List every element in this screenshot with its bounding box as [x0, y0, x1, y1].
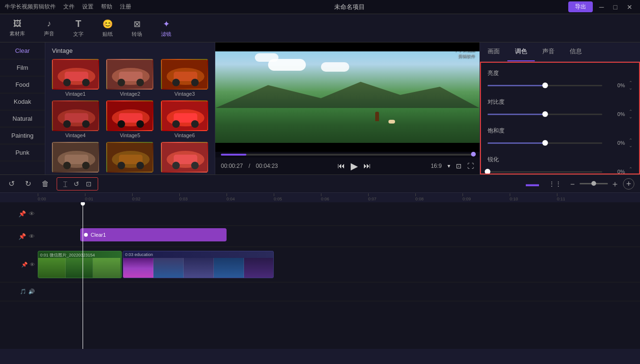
clip1-thumbs: [38, 258, 121, 278]
sharpen-slider[interactable]: [488, 171, 602, 173]
filter-track-eye[interactable]: 👁: [29, 233, 35, 240]
menu-settings[interactable]: 设置: [82, 3, 93, 11]
split-tool-button[interactable]: ⌶: [61, 179, 69, 189]
track-type-button[interactable]: ▬▬: [523, 179, 542, 189]
timeline-area: ↺ ↻ 🗑 ⌶ ↺ ⊡ ▬▬ ⋮⋮ － ＋ + 0:00 0: [0, 174, 640, 349]
contrast-thumb[interactable]: [542, 111, 548, 117]
filter-vintage8[interactable]: Vintage8: [105, 142, 156, 174]
video-clip-1[interactable]: 0:01 微信图片_20220323154: [38, 251, 122, 278]
tab-info[interactable]: 信息: [562, 42, 589, 61]
filter-vintage1[interactable]: Vintage1: [50, 59, 101, 97]
filter-vintage4-thumb: [52, 100, 99, 131]
sharpen-thumb[interactable]: [485, 169, 490, 174]
aspect-ratio-dropdown[interactable]: ▾: [447, 163, 450, 169]
export-button[interactable]: 导出: [568, 1, 593, 12]
brightness-slider[interactable]: [488, 85, 602, 86]
saturation-slider[interactable]: [488, 142, 602, 144]
sidebar-item-food[interactable]: Food: [0, 76, 45, 93]
track-pin-1[interactable]: 📌: [18, 210, 26, 217]
cloud3: [321, 62, 349, 72]
contrast-slider[interactable]: [488, 114, 602, 115]
redo-button[interactable]: ↻: [22, 178, 34, 190]
progress-dot: [471, 152, 476, 157]
toolbar-sticker-label: 贴纸: [102, 31, 113, 38]
toolbar-filter[interactable]: ✦ 滤镜: [156, 17, 176, 40]
menu-file[interactable]: 文件: [63, 3, 75, 11]
svg-point-19: [82, 120, 90, 128]
maximize-button[interactable]: □: [611, 2, 620, 12]
contrast-stepper[interactable]: ⌃⌄: [629, 109, 632, 119]
toolbar-transition[interactable]: ⊠ 转场: [127, 17, 147, 40]
clip1-label: 0:01 微信图片_20220323154: [40, 252, 95, 258]
timeline-ruler: 0:00 0:01 0:02 0:03 0:04 0:05 0:06 0:07 …: [0, 193, 640, 202]
filter-vintage7[interactable]: Vintage7: [50, 142, 101, 174]
sidebar-item-natural[interactable]: Natural: [0, 110, 45, 127]
zoom-out-button[interactable]: －: [568, 178, 577, 190]
clip2-thumb5: [244, 258, 274, 278]
sidebar-item-painting[interactable]: Painting: [0, 127, 45, 144]
contrast-label: 对比度: [488, 98, 632, 106]
toolbar-text-label: 文字: [73, 31, 84, 38]
toolbar-text[interactable]: T 文字: [68, 17, 88, 40]
crop-tool-button[interactable]: ⊡: [84, 179, 94, 189]
play-button[interactable]: ▶: [351, 160, 358, 172]
zoom-in-button[interactable]: ＋: [611, 178, 619, 190]
toolbar-sticker[interactable]: 😊 贴纸: [98, 17, 118, 40]
progress-bar[interactable]: [221, 154, 474, 156]
tab-color[interactable]: 调色: [507, 42, 535, 61]
filter-vintage4[interactable]: Vintage4: [50, 100, 101, 138]
filter-clip[interactable]: Clear1: [80, 228, 227, 241]
track-eye-1[interactable]: 👁: [29, 210, 35, 217]
audio-track-music[interactable]: 🎵: [20, 289, 26, 295]
next-frame-button[interactable]: ⏭: [363, 162, 371, 170]
tab-audio[interactable]: 声音: [535, 42, 562, 61]
brightness-stepper[interactable]: ⌃⌄: [629, 80, 632, 91]
filter-track: 📌 👁 Clear1: [0, 226, 640, 247]
prev-frame-button[interactable]: ⏮: [337, 162, 345, 170]
video-track-pin[interactable]: 📌: [21, 262, 28, 268]
delete-button[interactable]: 🗑: [39, 178, 52, 190]
video-track-eye[interactable]: 👁: [30, 262, 35, 267]
filter-category-label: Vintage: [50, 47, 210, 54]
sidebar-item-punk[interactable]: Punk: [0, 144, 45, 161]
close-button[interactable]: ✕: [624, 2, 635, 12]
filter-vintage5[interactable]: Vintage5: [105, 100, 156, 138]
filter-vintage6[interactable]: Vintage6: [159, 100, 210, 138]
video-clip-2[interactable]: 0:03 education: [123, 251, 274, 278]
filter-grid: Vintage1 Vintage2: [50, 59, 210, 174]
menu-help[interactable]: 帮助: [101, 3, 112, 11]
tab-picture[interactable]: 画面: [480, 42, 507, 61]
minimize-button[interactable]: ─: [597, 2, 607, 12]
add-track-button[interactable]: +: [623, 178, 634, 190]
waveform-button[interactable]: ⋮⋮: [546, 179, 564, 189]
filter-track-pin[interactable]: 📌: [18, 233, 26, 240]
sticker-icon: 😊: [102, 19, 113, 29]
rotate-tool-button[interactable]: ↺: [71, 179, 82, 189]
saturation-stepper[interactable]: ⌃⌄: [629, 138, 632, 148]
filter-vintage1-thumb: [52, 59, 99, 90]
toolbar-material[interactable]: 🖼 素材库: [5, 17, 30, 39]
sharpen-control: 0% ⌃⌄: [488, 166, 632, 174]
filter-vintage2[interactable]: Vintage2: [105, 59, 156, 97]
menu-register[interactable]: 注册: [120, 3, 131, 11]
undo-button[interactable]: ↺: [6, 178, 17, 190]
sharpen-stepper[interactable]: ⌃⌄: [629, 166, 632, 174]
clip2-thumb2: [153, 258, 184, 278]
zoom-slider[interactable]: [580, 183, 608, 184]
saturation-thumb[interactable]: [542, 140, 548, 146]
progress-fill: [221, 154, 246, 156]
sidebar-item-film[interactable]: Film: [0, 59, 45, 76]
contrast-row: 对比度 0% ⌃⌄: [488, 98, 632, 119]
filter-vintage9[interactable]: Vintage9: [159, 142, 210, 174]
sidebar-item-clear[interactable]: Clear: [0, 42, 45, 59]
sidebar-item-kodak[interactable]: Kodak: [0, 93, 45, 110]
sharpen-row: 锐化 0% ⌃⌄: [488, 156, 632, 174]
filter-vintage3[interactable]: Vintage3: [159, 59, 210, 97]
fullscreen-button[interactable]: ⛶: [467, 162, 474, 170]
audio-track-volume[interactable]: 🔊: [28, 289, 35, 295]
toolbar-audio[interactable]: ♪ 声音: [39, 17, 59, 39]
ruler-6: 0:06: [321, 193, 368, 201]
brightness-thumb[interactable]: [542, 83, 548, 88]
fit-to-screen-button[interactable]: ⊡: [456, 162, 462, 170]
clip2-label: 0:03 education: [125, 252, 153, 257]
